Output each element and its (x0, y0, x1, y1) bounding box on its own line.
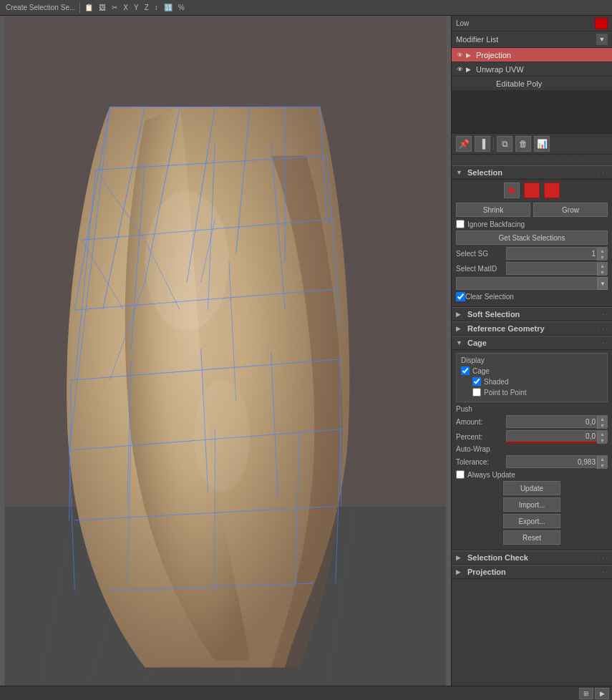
selection-section-dots: · · · (598, 169, 608, 177)
soft-selection-title: Soft Selection (467, 310, 598, 319)
select-sg-spinner[interactable]: ▲ ▼ (597, 248, 607, 261)
percent-label: Percent: (456, 433, 506, 441)
mesh-svg (0, 16, 451, 686)
selection-dropdown-btn[interactable]: ▼ (598, 277, 608, 290)
edge-select-icon[interactable] (524, 183, 540, 198)
modifier-name-projection: Projection (476, 51, 609, 59)
ignore-backfacing-label: Ignore Backfacing (467, 220, 525, 228)
modifier-list-dropdown[interactable]: ▼ (596, 34, 608, 45)
poly-select-icon[interactable] (544, 183, 560, 198)
select-sg-input[interactable]: 1 ▲ ▼ (506, 247, 608, 260)
percent-spinner[interactable]: ▲ ▼ (597, 431, 607, 444)
tolerance-row: Tolerance: 0,983 ▲ ▼ (456, 455, 608, 468)
selection-dropdown-row: ▼ (456, 277, 608, 290)
amount-down[interactable]: ▼ (597, 422, 607, 429)
amount-up[interactable]: ▲ (597, 416, 607, 422)
modifier-list-header: Modifier List ▼ (452, 31, 612, 48)
percent-up[interactable]: ▲ (597, 431, 607, 437)
toolbar-icon-3[interactable]: ✂ (109, 4, 120, 11)
pin-icon-btn[interactable]: 📌 (456, 136, 472, 152)
section-header-soft-selection[interactable]: Soft Selection · · · (452, 307, 612, 321)
select-sg-down[interactable]: ▼ (597, 254, 607, 261)
main-area: Low Modifier List ▼ 👁 ▶ Projection 👁 ▶ U… (0, 16, 612, 686)
select-sg-up[interactable]: ▲ (597, 248, 607, 254)
toolbar-icon-7[interactable]: ↕ (152, 4, 161, 11)
toolbar-icon-9[interactable]: % (175, 4, 188, 11)
toolbar-icon-1[interactable]: 📋 (82, 4, 96, 11)
reset-button[interactable]: Reset (503, 530, 560, 545)
create-selection-label[interactable]: Create Selection Se... (3, 4, 78, 11)
section-header-selection[interactable]: Selection · · · (452, 165, 612, 180)
tolerance-input[interactable]: 0,983 ▲ ▼ (506, 455, 608, 468)
tolerance-down[interactable]: ▼ (597, 462, 607, 469)
modifier-item-projection[interactable]: 👁 ▶ Projection (452, 48, 612, 62)
tolerance-spinner[interactable]: ▲ ▼ (597, 456, 607, 469)
right-panel: Low Modifier List ▼ 👁 ▶ Projection 👁 ▶ U… (451, 16, 612, 686)
shaded-checkbox[interactable] (472, 377, 481, 386)
vb-icon-2[interactable]: ▶ (595, 688, 609, 699)
modifier-list-label: Modifier List (456, 35, 596, 44)
export-button[interactable]: Export... (503, 514, 560, 528)
cage-arrow-icon (456, 339, 465, 346)
point-to-point-checkbox[interactable] (472, 388, 481, 397)
reset-btn-row: Reset (456, 530, 608, 545)
ignore-backfacing-checkbox[interactable] (456, 220, 465, 228)
section-header-projection[interactable]: Projection · · · (452, 565, 612, 579)
section-header-cage[interactable]: Cage · · · (452, 336, 612, 350)
section-header-selection-check[interactable]: Selection Check · · · (452, 550, 612, 565)
update-button[interactable]: Update (503, 481, 560, 495)
layers-icon-btn[interactable]: ⧉ (497, 136, 513, 152)
amount-spinner[interactable]: ▲ ▼ (597, 416, 607, 429)
vertex-select-icon[interactable] (504, 183, 520, 198)
viewport-bottom-bar: ⊞ ▶ (0, 686, 612, 700)
cage-section-dots: · · · (598, 339, 608, 347)
bar-icon-btn[interactable]: ▐ (475, 136, 490, 152)
trash-icon-btn[interactable]: 🗑 (515, 136, 531, 152)
select-matid-down[interactable]: ▼ (597, 269, 607, 276)
percent-down[interactable]: ▼ (597, 437, 607, 444)
cage-checkbox[interactable] (461, 366, 470, 375)
grow-button[interactable]: Grow (533, 203, 608, 217)
modifier-item-editable-poly[interactable]: 👁 ▶ Editable Poly (452, 77, 612, 91)
clear-selection-checkbox[interactable] (456, 292, 465, 301)
status-label: Low (456, 19, 595, 27)
get-stack-selections-button[interactable]: Get Stack Selections (456, 230, 608, 245)
tolerance-label: Tolerance: (456, 458, 506, 466)
arrow-icon-projection: ▶ (466, 52, 475, 59)
selection-dropdown-input[interactable] (456, 277, 598, 290)
percent-input[interactable]: 0,0 ▲ ▼ (506, 430, 608, 443)
viewport-3d[interactable] (0, 16, 451, 686)
select-matid-up[interactable]: ▲ (597, 263, 607, 269)
toolbar-icon-8[interactable]: 🔢 (161, 4, 175, 11)
icon-separator (493, 138, 494, 150)
select-matid-row: Select MatID ▲ ▼ (456, 262, 608, 275)
amount-input[interactable]: 0,0 ▲ ▼ (506, 415, 608, 428)
modifier-item-unwrap[interactable]: 👁 ▶ Unwrap UVW (452, 62, 612, 77)
toolbar-icon-4[interactable]: X (120, 4, 131, 11)
cage-section-title: Cage (467, 339, 598, 347)
always-update-checkbox[interactable] (456, 470, 465, 479)
vb-icon-1[interactable]: ⊞ (579, 688, 593, 699)
eye-icon-unwrap[interactable]: 👁 (455, 64, 465, 74)
shaded-checkbox-label: Shaded (484, 378, 508, 386)
top-toolbar: Create Selection Se... 📋 🖼 ✂ X Y Z ↕ 🔢 % (0, 0, 612, 16)
select-sg-label: Select SG (456, 250, 506, 258)
section-header-reference-geometry[interactable]: Reference Geometry · · · (452, 321, 612, 336)
soft-selection-dots: · · · (598, 311, 608, 319)
selection-check-title: Selection Check (467, 553, 598, 562)
reference-geometry-arrow-icon (456, 325, 465, 332)
auto-wrap-label: Auto-Wrap (456, 445, 608, 453)
shrink-button[interactable]: Shrink (456, 203, 530, 217)
toolbar-icon-2[interactable]: 🖼 (96, 4, 109, 11)
toolbar-icon-5[interactable]: Y (131, 4, 142, 11)
cage-checkbox-label: Cage (472, 367, 490, 375)
tolerance-up[interactable]: ▲ (597, 456, 607, 462)
icon-toolbar: 📌 ▐ ⧉ 🗑 📊 (452, 134, 612, 155)
chart-icon-btn[interactable]: 📊 (534, 136, 550, 152)
toolbar-icon-6[interactable]: Z (142, 4, 152, 11)
select-matid-input[interactable]: ▲ ▼ (506, 262, 608, 275)
percent-row: Percent: 0,0 ▲ ▼ (456, 430, 608, 443)
select-matid-spinner[interactable]: ▲ ▼ (597, 263, 607, 276)
import-button[interactable]: Import... (503, 497, 560, 512)
eye-icon-projection[interactable]: 👁 (455, 50, 465, 60)
